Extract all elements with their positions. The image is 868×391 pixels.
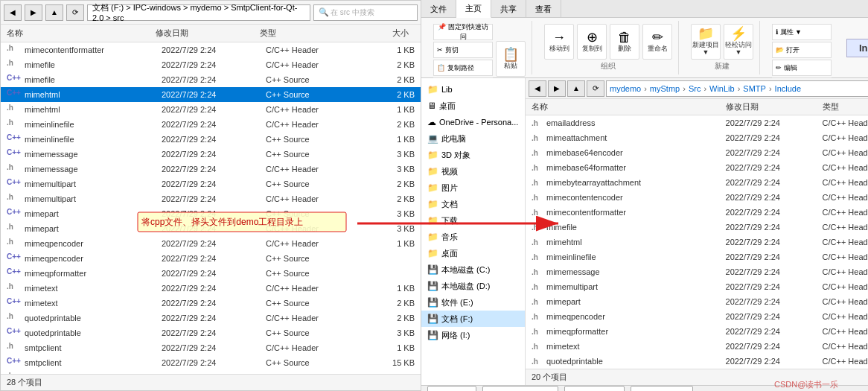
table-row[interactable]: .hmimeinlinefile2022/7/29 2:24C/C++ Head… [1,117,421,132]
table-row[interactable]: .hquotedprintable2022/7/29 2:24C/C++ Hea… [1,311,421,325]
right-col-type[interactable]: 类型 [823,101,868,112]
sidebar-item-桌面[interactable]: 📁桌面 [421,245,525,261]
right-col-name[interactable]: 名称 [532,101,726,112]
table-row[interactable]: C++mimemultipart2022/7/29 2:24C++ Source… [1,177,421,191]
sidebar-item-文档 (F:)[interactable]: 💾文档 (F:) [421,311,525,327]
table-row[interactable]: .hmimetext2022/7/29 2:24C/C++ Header [526,339,868,354]
table-row[interactable]: .hquotedprintable2022/7/29 2:24C/C++ Hea… [526,354,868,369]
table-row[interactable]: .hmimemultipart2022/7/29 2:24C/C++ Heade… [526,279,868,294]
table-row[interactable]: .hmimecontentformatter2022/7/29 2:24C/C+… [1,42,421,57]
table-row[interactable]: C++mimepart2022/7/29 2:24C++ Source3 KB [1,206,421,221]
properties-button[interactable]: ℹ 属性 ▼ [772,24,832,40]
ribbon-tab-文件[interactable]: 文件 [421,0,456,18]
forward-button[interactable]: ▶ [25,4,42,21]
pin-quickaccess-button[interactable]: 📌 固定到快速访问 [433,24,493,40]
right-col-date[interactable]: 修改日期 [726,101,823,112]
sidebar-item-下载[interactable]: 📁下载 [421,212,525,229]
table-row[interactable]: .hmimeqpformatter2022/7/29 2:24C/C++ Hea… [526,324,868,339]
table-row[interactable]: .hmimeqpencoder2022/7/29 2:24C/C++ Heade… [1,236,421,251]
table-row[interactable]: C++mimeqpencoder2022/7/29 2:24C++ Source [1,251,421,266]
table-row[interactable]: C++mimemessage2022/7/29 2:24C++ Source3 … [1,147,421,162]
breadcrumb-item-mydemo[interactable]: mydemo [610,84,641,93]
table-row[interactable]: C++mimeinlinefile2022/7/29 2:24C++ Sourc… [1,132,421,147]
sidebar-item-网络 (I:)[interactable]: 💾网络 (I:) [421,327,525,343]
sidebar-item-音乐[interactable]: 📁音乐 [421,229,525,245]
ribbon-tab-共享[interactable]: 共享 [491,0,526,18]
sidebar-item-图片[interactable]: 📁图片 [421,179,525,196]
bottom-bar-button[interactable]: Replace & Find [482,386,558,391]
table-row[interactable]: .hmimehtml2022/7/29 2:24C/C++ Header [526,235,868,249]
breadcrumb-item-myStmp[interactable]: myStmp [650,84,680,93]
copy-path-button[interactable]: 📋 复制路径 [433,60,493,76]
left-file-list[interactable]: .hmimecontentformatter2022/7/29 2:24C/C+… [1,42,421,374]
table-row[interactable]: .hmimemessage2022/7/29 2:24C/C++ Header [526,264,868,279]
table-row[interactable]: .hsmtpclient2022/7/29 2:24C/C++ Header1 … [1,340,421,355]
copy-to-button[interactable]: ⊕ 复制到 [577,24,607,60]
sidebar-item-桌面[interactable]: 🖥桌面 [421,98,525,114]
back-button[interactable]: ◀ [4,4,22,21]
table-row[interactable]: C++mimetext2022/7/29 2:24C++ Source2 KB [1,296,421,311]
col-header-date[interactable]: 修改日期 [156,28,260,39]
cut-button[interactable]: ✂ 剪切 [433,42,493,58]
right-refresh-button[interactable]: ⟳ [587,80,604,97]
table-row[interactable]: .hemailaddress2022/7/29 2:24C/C++ Header [526,115,868,130]
left-search-box[interactable]: 🔍 在 src 中搜索 [313,4,418,21]
bottom-bar-button[interactable]: Replace All [564,386,625,391]
table-row[interactable]: .hmimebase64encoder2022/7/29 2:24C/C++ H… [526,145,868,160]
open-button[interactable]: 📂 打开 [772,42,832,58]
refresh-button[interactable]: ⟳ [66,4,84,21]
move-to-button[interactable]: → 移动到 [544,24,574,60]
bottom-bar-button[interactable]: Advanced... [631,386,693,391]
sidebar-item-视频[interactable]: 📁视频 [421,163,525,179]
sidebar-item-本地磁盘 (C:)[interactable]: 💾本地磁盘 (C:) [421,261,525,278]
table-row[interactable]: .hmimefile2022/7/29 2:24C/C++ Header [526,220,868,235]
delete-button[interactable]: 🗑 删除 [610,24,639,60]
table-row[interactable]: .hmimeattachment2022/7/29 2:24C/C++ Head… [526,130,868,145]
table-row[interactable]: .hmimebytearrayattachment2022/7/29 2:24C… [526,175,868,190]
table-row[interactable]: .hmimetext2022/7/29 2:24C/C++ Header1 KB [1,281,421,296]
table-row[interactable]: .hmimemessage2022/7/29 2:24C/C++ Header3… [1,162,421,177]
up-button[interactable]: ▲ [45,4,63,21]
col-header-type[interactable]: 类型 [260,28,364,39]
right-back-button[interactable]: ◀ [529,80,546,97]
new-item-button[interactable]: 📁 新建项目▼ [691,24,721,60]
sidebar-item-OneDrive - Persona...[interactable]: ☁OneDrive - Persona... [421,114,525,130]
table-row[interactable]: C++mimehtml2022/7/29 2:24C++ Source2 KB [1,87,421,102]
table-row[interactable]: .hmimepart2022/7/29 2:24C/C++ Header3 KB [1,221,421,236]
bottom-bar-button[interactable]: Replace [427,386,476,391]
table-row[interactable]: C++quotedprintable2022/7/29 2:24C++ Sour… [1,325,421,340]
col-header-size[interactable]: 大小 [364,28,409,39]
sidebar-item-本地磁盘 (D:)[interactable]: 💾本地磁盘 (D:) [421,278,525,294]
edit-button[interactable]: ✏ 编辑 [772,60,832,76]
sidebar-item-文档[interactable]: 📁文档 [421,196,525,212]
left-path[interactable]: 文档 (F:) > IPC-windows > mydemo > SmtpCli… [87,4,310,21]
sidebar-item-Lib[interactable]: 📁Lib [421,81,525,98]
right-up-button[interactable]: ▲ [567,80,585,97]
easy-access-button[interactable]: ⚡ 轻松访问▼ [724,24,753,60]
table-row[interactable]: .hmimepart2022/7/29 2:24C/C++ Header [526,294,868,309]
sidebar-item-3D 对象[interactable]: 📁3D 对象 [421,147,525,163]
col-header-name[interactable]: 名称 [7,28,156,39]
ribbon-tab-主页[interactable]: 主页 [456,0,491,18]
sidebar-item-此电脑[interactable]: 💻此电脑 [421,130,525,147]
table-row[interactable]: C++mimefile2022/7/29 2:24C++ Source2 KB [1,72,421,87]
table-row[interactable]: .hmimefile2022/7/29 2:24C/C++ Header2 KB [1,57,421,72]
table-row[interactable]: .hmimeqpencoder2022/7/29 2:24C/C++ Heade… [526,309,868,324]
table-row[interactable]: .hmimecontentformatter2022/7/29 2:24C/C+… [526,205,868,220]
breadcrumb-item-WinLib[interactable]: WinLib [709,84,735,93]
right-forward-button[interactable]: ▶ [548,80,566,97]
rename-button[interactable]: ✏ 重命名 [642,24,672,60]
breadcrumb-item-SMTP[interactable]: SMTP [743,84,766,93]
sidebar-item-软件 (E:)[interactable]: 💾软件 (E:) [421,294,525,311]
breadcrumb-item-Include[interactable]: Include [775,84,801,93]
right-breadcrumb[interactable]: mydemo›myStmp›Src›WinLib›SMTP›Include [606,80,868,97]
table-row[interactable]: C++smtpclient2022/7/29 2:24C++ Source15 … [1,355,421,370]
table-row[interactable]: .hmimebase64formatter2022/7/29 2:24C/C++… [526,160,868,175]
table-row[interactable]: .hmimemultipart2022/7/29 2:24C/C++ Heade… [1,191,421,206]
ribbon-tab-查看[interactable]: 查看 [526,0,561,18]
table-row[interactable]: .hmimeinlinefile2022/7/29 2:24C/C++ Head… [526,249,868,264]
table-row[interactable]: .hmimecontentencoder2022/7/29 2:24C/C++ … [526,190,868,205]
table-row[interactable]: .hmimehtml2022/7/29 2:24C/C++ Header1 KB [1,102,421,117]
paste-button[interactable]: 📋 粘贴 [496,41,526,77]
table-row[interactable]: C++mimeqpformatter2022/7/29 2:24C++ Sour… [1,266,421,281]
